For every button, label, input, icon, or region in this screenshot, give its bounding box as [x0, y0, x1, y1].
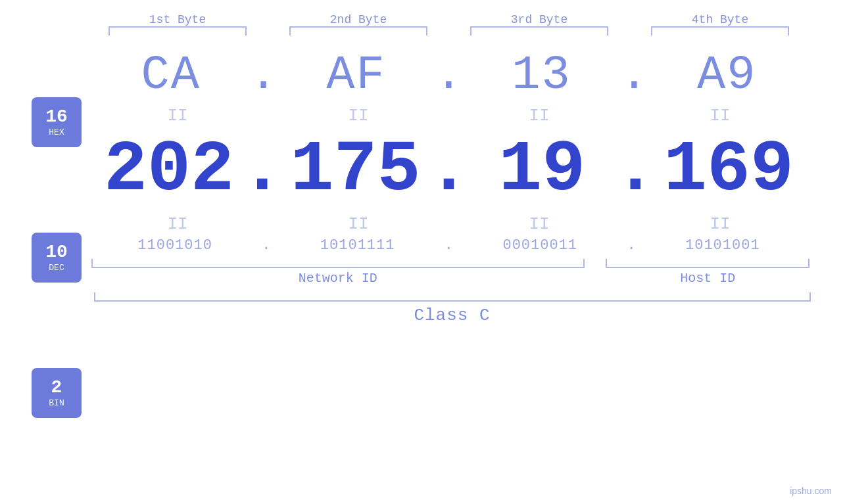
hex-value-1: CA — [102, 49, 240, 103]
bin-value-3: 00010011 — [471, 237, 609, 254]
bin-value-1: 11001010 — [106, 237, 244, 254]
id-bracket-row — [87, 259, 811, 268]
dec-badge-num: 10 — [45, 243, 68, 262]
byte-header-3: 3rd Byte — [467, 13, 612, 26]
bin-value-2: 10101111 — [289, 237, 427, 254]
byte-header-1: 1st Byte — [105, 13, 250, 26]
equals-8: II — [651, 214, 789, 234]
dot-hex-3: . — [620, 49, 648, 103]
main-container: 16 HEX 10 DEC 2 BIN 1st Byte 2nd Byte 3r… — [0, 0, 845, 504]
equals-3: II — [470, 106, 608, 126]
equals-6: II — [289, 214, 427, 234]
dec-value-4: 169 — [660, 129, 798, 211]
byte-header-2: 2nd Byte — [286, 13, 431, 26]
host-id-label: Host ID — [606, 271, 809, 286]
top-bracket-1 — [109, 26, 247, 35]
bin-value-4: 10101001 — [654, 237, 792, 254]
dec-value-1: 202 — [100, 129, 238, 211]
watermark: ipshu.com — [790, 486, 832, 496]
network-bracket — [91, 259, 585, 268]
dot-bin-3: . — [627, 237, 635, 254]
hex-badge-num: 16 — [45, 108, 68, 126]
class-bracket-area: Class C — [94, 292, 811, 325]
dot-bin-1: . — [262, 237, 270, 254]
bin-badge-num: 2 — [51, 378, 62, 397]
top-bracket-row — [87, 26, 811, 35]
equals-4: II — [651, 106, 789, 126]
hex-value-2: AF — [287, 49, 425, 103]
dot-dec-1: . — [241, 129, 284, 211]
equals-5: II — [109, 214, 247, 234]
dot-bin-2: . — [445, 237, 453, 254]
top-bracket-2 — [289, 26, 427, 35]
dot-hex-1: . — [249, 49, 278, 103]
equals-row-2: II II II II — [87, 214, 811, 234]
ip-display-grid: 1st Byte 2nd Byte 3rd Byte 4th Byte CA .… — [87, 13, 811, 325]
byte-header-row: 1st Byte 2nd Byte 3rd Byte 4th Byte — [87, 13, 811, 26]
hex-value-3: 13 — [472, 49, 610, 103]
top-bracket-3 — [470, 26, 608, 35]
equals-2: II — [289, 106, 427, 126]
class-label: Class C — [94, 306, 811, 325]
bin-badge[interactable]: 2 BIN — [32, 368, 82, 418]
dec-badge-label: DEC — [49, 263, 64, 273]
dot-dec-2: . — [427, 129, 470, 211]
base-badges: 16 HEX 10 DEC 2 BIN — [32, 97, 82, 418]
hex-badge[interactable]: 16 HEX — [32, 97, 82, 147]
class-bracket — [94, 292, 811, 302]
dec-badge[interactable]: 10 DEC — [32, 233, 82, 283]
dot-dec-3: . — [614, 129, 657, 211]
equals-1: II — [109, 106, 247, 126]
equals-7: II — [470, 214, 608, 234]
dec-row: 202 . 175 . 19 . 169 — [87, 129, 811, 211]
dec-value-2: 175 — [287, 129, 425, 211]
dec-value-3: 19 — [473, 129, 611, 211]
byte-header-4: 4th Byte — [648, 13, 792, 26]
dot-hex-2: . — [435, 49, 463, 103]
bin-row: 11001010 . 10101111 . 00010011 . 1010100… — [87, 237, 811, 254]
hex-value-4: A9 — [658, 49, 796, 103]
equals-row-1: II II II II — [87, 106, 811, 126]
bin-badge-label: BIN — [49, 398, 64, 408]
hex-row: CA . AF . 13 . A9 — [87, 49, 811, 103]
network-id-label: Network ID — [91, 271, 585, 286]
hex-badge-label: HEX — [49, 127, 64, 137]
host-bracket — [606, 259, 809, 268]
id-label-row: Network ID Host ID — [87, 271, 811, 286]
top-bracket-4 — [651, 26, 789, 35]
